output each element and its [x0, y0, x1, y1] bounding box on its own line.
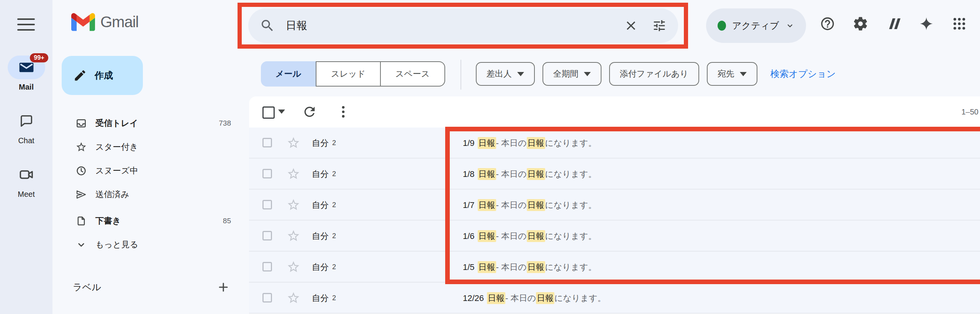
email-row[interactable]: 自分 2 1/5日報 - 本日の日報になります。 — [249, 252, 980, 283]
highlighted-keyword: 日報 — [478, 261, 496, 273]
row-checkbox[interactable] — [262, 231, 272, 240]
labels-title: ラベル — [73, 281, 101, 293]
thread-count: 2 — [332, 232, 336, 240]
meet-icon — [18, 167, 34, 183]
result-tab-label: メール — [275, 68, 301, 80]
email-row[interactable]: 自分 2 1/6日報 - 本日の日報になります。 — [249, 221, 980, 252]
app-rail: 99+ Mail Chat Meet — [0, 0, 52, 314]
sidebar-item-label: スター付き — [95, 141, 138, 153]
email-row[interactable]: 自分 2 12/26日報 - 本日の日報になります。 — [249, 283, 980, 314]
star-icon[interactable] — [287, 229, 300, 243]
email-row[interactable]: 自分 2 1/9日報 - 本日の日報になります。 — [249, 128, 980, 159]
result-tab[interactable]: スペース — [381, 61, 445, 87]
filter-chip-label: 宛先 — [718, 68, 734, 80]
sidebar-item-label: 送信済み — [95, 189, 129, 200]
send-icon — [75, 189, 87, 200]
labels-header: ラベル — [52, 277, 243, 297]
sidebar-item-label: 受信トレイ — [95, 118, 138, 129]
filter-chip[interactable]: 添付ファイルあり — [609, 62, 699, 86]
filter-chip[interactable]: 宛先 — [707, 62, 757, 86]
sender-name: 自分 — [312, 231, 329, 242]
sidebar-item[interactable]: もっと見る — [52, 233, 243, 257]
search-bar[interactable]: 日報 — [248, 8, 678, 43]
search-options-tune-icon[interactable] — [652, 18, 667, 33]
select-all-checkbox[interactable] — [262, 106, 275, 119]
row-checkbox[interactable] — [262, 293, 272, 303]
thread-count: 2 — [332, 263, 336, 271]
star-icon[interactable] — [287, 291, 300, 305]
sender-name: 自分 — [312, 262, 329, 273]
highlighted-keyword: 日報 — [487, 292, 505, 304]
header-icons — [815, 11, 972, 36]
row-checkbox[interactable] — [262, 262, 272, 271]
star-icon[interactable] — [287, 167, 300, 181]
filter-chip-label: 添付ファイルあり — [620, 68, 688, 80]
star-icon[interactable] — [287, 136, 300, 150]
add-label-icon[interactable] — [215, 279, 232, 296]
list-toolbar: 1–50 — [249, 96, 980, 128]
more-options-icon[interactable] — [336, 104, 351, 119]
refresh-icon[interactable] — [302, 104, 317, 119]
filter-chip-label: 全期間 — [553, 68, 578, 80]
clear-search-icon[interactable] — [624, 18, 638, 33]
compose-button[interactable]: 作成 — [62, 56, 143, 95]
search-input[interactable]: 日報 — [286, 8, 307, 43]
rail-item[interactable]: Chat — [0, 109, 52, 145]
sidebar-item-count: 85 — [223, 217, 231, 225]
email-sender: 自分 2 — [312, 252, 336, 283]
sidebar-item[interactable]: スヌーズ中 — [52, 159, 243, 183]
chat-icon — [19, 113, 34, 129]
highlighted-keyword: 日報 — [478, 199, 496, 211]
rail-item-label: Meet — [18, 190, 34, 199]
google-apps-grid-icon[interactable] — [947, 11, 972, 36]
rail-item[interactable]: Meet — [0, 163, 52, 199]
compose-label: 作成 — [95, 69, 113, 82]
result-tab[interactable]: メール — [261, 61, 316, 87]
results-bar: メール スレッド スペース 差出人 全期間 添付ファイルあり 宛先 検索オプショ… — [261, 61, 836, 87]
pagination-range: 1–50 — [962, 96, 979, 128]
row-checkbox[interactable] — [262, 138, 272, 147]
email-list-card: 1–50 自分 2 1/9日報 - 本日の日報になります。 自分 2 1/8日報… — [249, 96, 980, 314]
rail-item[interactable]: 99+ Mail — [0, 56, 52, 92]
email-subject: 1/9日報 - 本日の日報になります。 — [463, 128, 597, 159]
search-options-link[interactable]: 検索オプション — [770, 68, 836, 80]
sidebar-item[interactable]: スター付き — [52, 135, 243, 159]
help-icon[interactable] — [815, 11, 840, 36]
sidebar-item-label: もっと見る — [95, 239, 138, 250]
highlighted-keyword: 日報 — [478, 168, 496, 180]
chevron-down-icon — [785, 21, 795, 30]
sidebar-nav: 受信トレイ 738 スター付き スヌーズ中 送信済み — [52, 111, 243, 257]
gmail-logo[interactable]: Gmail — [71, 13, 138, 31]
thread-count: 2 — [332, 294, 336, 302]
chevron-down-icon — [75, 239, 87, 250]
main-menu-button[interactable] — [16, 18, 36, 31]
row-checkbox[interactable] — [262, 200, 272, 209]
status-label: アクティブ — [732, 20, 779, 32]
select-dropdown-icon[interactable] — [278, 110, 285, 114]
highlighted-keyword: 日報 — [478, 137, 496, 149]
row-checkbox[interactable] — [262, 169, 272, 178]
rail-item-label: Chat — [18, 136, 34, 145]
rail-item-label: Mail — [19, 83, 34, 92]
sender-name: 自分 — [312, 200, 329, 211]
star-icon — [75, 141, 87, 153]
filter-chips: 差出人 全期間 添付ファイルあり 宛先 — [476, 61, 757, 87]
filter-chip[interactable]: 差出人 — [476, 62, 535, 86]
sidebar-item[interactable]: 下書き 85 — [52, 209, 243, 233]
star-icon[interactable] — [287, 260, 300, 274]
email-row[interactable]: 自分 2 1/8日報 - 本日の日報になります。 — [249, 159, 980, 190]
sidebar-item[interactable]: 受信トレイ 738 — [52, 111, 243, 135]
email-sender: 自分 2 — [312, 221, 336, 252]
divider — [461, 60, 461, 90]
sidebar-item[interactable]: 送信済み — [52, 183, 243, 206]
filter-chip[interactable]: 全期間 — [542, 62, 601, 86]
gemini-icon[interactable] — [914, 11, 939, 36]
search-icon[interactable] — [260, 18, 275, 33]
result-tab[interactable]: スレッド — [316, 61, 381, 87]
result-tab-label: スレッド — [331, 68, 365, 80]
settings-gear-icon[interactable] — [848, 11, 873, 36]
star-icon[interactable] — [287, 198, 300, 212]
email-row[interactable]: 自分 2 1/7日報 - 本日の日報になります。 — [249, 190, 980, 221]
status-chip[interactable]: アクティブ — [706, 8, 806, 43]
workspace-badge-icon[interactable] — [881, 11, 906, 36]
